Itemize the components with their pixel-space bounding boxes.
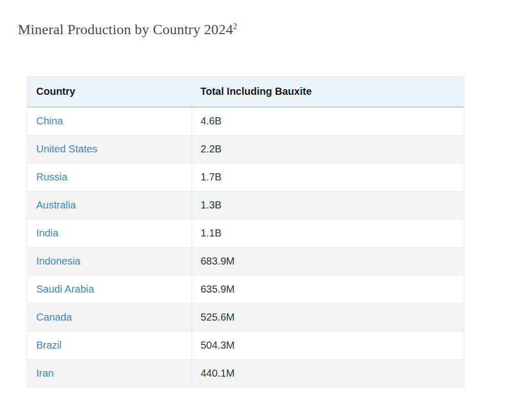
table-row: Brazil 504.3M <box>28 332 464 360</box>
table-row: India 1.1B <box>28 220 464 248</box>
country-cell: China <box>28 107 192 136</box>
title-footnote-superscript: 2 <box>233 21 238 31</box>
country-cell: India <box>28 220 192 248</box>
table-row: Indonesia 683.9M <box>28 248 464 276</box>
country-cell: Indonesia <box>28 248 192 276</box>
country-cell: Brazil <box>28 332 192 360</box>
value-cell: 525.6M <box>192 304 464 332</box>
value-cell: 1.7B <box>192 164 464 192</box>
country-link[interactable]: India <box>36 227 58 239</box>
table-row: Australia 1.3B <box>28 192 464 220</box>
country-link[interactable]: Brazil <box>36 339 62 351</box>
country-link[interactable]: China <box>36 115 63 126</box>
country-cell: Australia <box>28 192 192 220</box>
table-row: United States 2.2B <box>28 136 464 164</box>
mineral-production-table: Country Total Including Bauxite China 4.… <box>28 77 464 387</box>
country-link[interactable]: Russia <box>36 171 67 182</box>
country-cell: Saudi Arabia <box>28 276 192 304</box>
table-header: Country Total Including Bauxite <box>28 77 464 107</box>
table-row: Saudi Arabia 635.9M <box>28 276 464 304</box>
value-cell: 4.6B <box>192 107 464 136</box>
table-body: China 4.6B United States 2.2B Russia 1.7… <box>28 107 464 387</box>
table-row: Iran 440.1M <box>28 360 464 388</box>
column-header-country: Country <box>28 77 192 107</box>
table-row: Russia 1.7B <box>28 164 464 192</box>
table-row: Canada 525.6M <box>28 304 464 332</box>
country-cell: Iran <box>28 360 192 388</box>
country-link[interactable]: Australia <box>36 199 76 211</box>
country-cell: United States <box>28 136 192 164</box>
country-link[interactable]: Canada <box>36 311 72 323</box>
country-cell: Canada <box>28 304 192 332</box>
country-link[interactable]: Saudi Arabia <box>36 283 94 295</box>
country-link[interactable]: United States <box>36 143 97 154</box>
country-link[interactable]: Iran <box>36 368 54 379</box>
table-row: China 4.6B <box>28 107 464 136</box>
value-cell: 1.3B <box>192 192 464 220</box>
mineral-production-table-container: Country Total Including Bauxite China 4.… <box>27 76 464 388</box>
value-cell: 635.9M <box>192 276 464 304</box>
value-cell: 683.9M <box>192 248 464 276</box>
page-title: Mineral Production by Country 20242 <box>18 21 524 38</box>
value-cell: 2.2B <box>192 136 464 164</box>
column-header-total-including-bauxite: Total Including Bauxite <box>192 77 464 107</box>
value-cell: 504.3M <box>192 332 464 360</box>
table-header-row: Country Total Including Bauxite <box>28 77 464 107</box>
value-cell: 440.1M <box>192 360 464 388</box>
country-cell: Russia <box>28 164 192 192</box>
country-link[interactable]: Indonesia <box>36 255 81 267</box>
page-title-text: Mineral Production by Country 2024 <box>18 21 233 37</box>
value-cell: 1.1B <box>192 220 464 248</box>
